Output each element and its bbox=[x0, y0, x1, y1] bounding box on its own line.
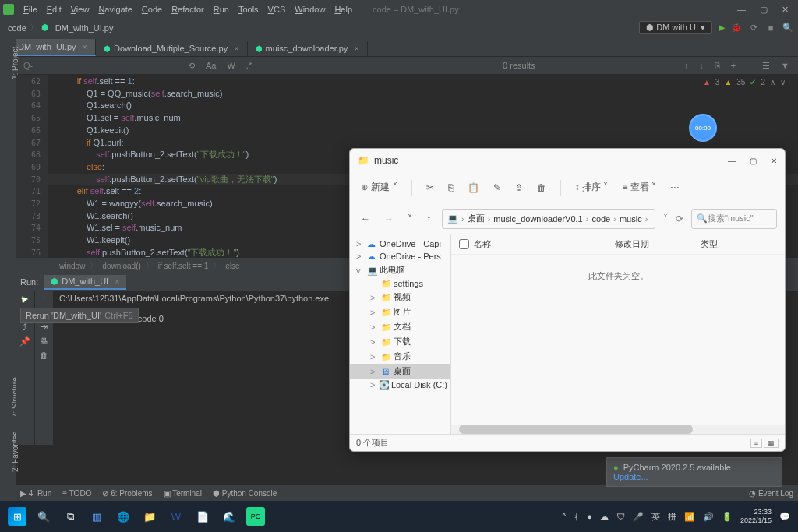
sidebar-item[interactable]: >🖥桌面 bbox=[350, 364, 450, 379]
breadcrumb-item[interactable]: else bbox=[221, 262, 244, 270]
select-all-checkbox[interactable] bbox=[459, 239, 469, 249]
tray-onedrive-icon[interactable]: ☁ bbox=[600, 512, 609, 522]
edge-icon[interactable]: 🌊 bbox=[220, 507, 238, 526]
chrome-icon[interactable]: 🌐 bbox=[114, 507, 132, 526]
select-all-icon[interactable]: ⎘ bbox=[712, 61, 722, 70]
tray-volume-icon[interactable]: 🔊 bbox=[703, 512, 714, 522]
problems-tool-btn[interactable]: ⊘ 6: Problems bbox=[102, 489, 152, 498]
dropdown-icon[interactable]: ˅ bbox=[663, 213, 668, 224]
funnel-icon[interactable]: ▼ bbox=[779, 61, 792, 70]
run-tab[interactable]: ⬢DM_with_UI× bbox=[44, 275, 125, 290]
stop-icon[interactable]: ■ bbox=[765, 23, 776, 33]
tray-battery-icon[interactable]: 🔋 bbox=[722, 512, 733, 522]
sidebar-item[interactable]: >☁OneDrive - Capi bbox=[350, 238, 450, 250]
coverage-icon[interactable]: ⟳ bbox=[748, 23, 759, 33]
pin-icon[interactable]: 📌 bbox=[19, 336, 30, 347]
file-explorer-window[interactable]: 📁 music — ▢ ✕ ⊕ 新建 ˅ ✂ ⎘ 📋 ✎ ⇪ 🗑 ↕ 排序 ˅ … bbox=[349, 148, 786, 452]
taskbar[interactable]: ⊞ 🔍 ⧉ ▥ 🌐 📁 W 📄 🌊 PC ^ ᚼ ● ☁ 🛡 🎤 英 拼 📶 🔊… bbox=[0, 501, 798, 532]
more-icon[interactable]: ⋯ bbox=[670, 182, 680, 193]
new-button[interactable]: ⊕ 新建 ˅ bbox=[361, 181, 397, 194]
sidebar-item[interactable]: >📁视频 bbox=[350, 290, 450, 305]
maximize-icon[interactable]: ▢ bbox=[760, 5, 768, 15]
clear-icon[interactable]: 🗑 bbox=[40, 351, 48, 360]
refresh-icon[interactable]: ⟳ bbox=[676, 213, 683, 224]
path-segment[interactable]: music_downloaderV0.1 bbox=[493, 214, 582, 224]
paste-icon[interactable]: 📋 bbox=[468, 182, 479, 193]
col-type[interactable]: 类型 bbox=[701, 238, 718, 250]
pycharm-tb-icon[interactable]: PC bbox=[246, 507, 265, 526]
menu-edit[interactable]: Edit bbox=[42, 5, 66, 14]
prev-occurrence-icon[interactable]: ⟲ bbox=[185, 61, 197, 71]
menu-run[interactable]: Run bbox=[209, 5, 234, 14]
breadcrumb-item[interactable]: download() bbox=[97, 262, 145, 270]
word-icon[interactable]: W bbox=[167, 507, 185, 526]
match-case-icon[interactable]: Aa bbox=[203, 61, 218, 70]
tray-mic-icon[interactable]: 🎤 bbox=[633, 512, 644, 522]
sidebar-item[interactable]: >📁图片 bbox=[350, 305, 450, 319]
filter-icon[interactable]: ☰ bbox=[760, 61, 772, 71]
breadcrumb-item[interactable]: if self.selt == 1 bbox=[154, 262, 213, 270]
menu-window[interactable]: Window bbox=[290, 5, 330, 14]
close-icon[interactable]: ✕ bbox=[782, 5, 789, 15]
taskview-icon[interactable]: ⧉ bbox=[61, 507, 79, 526]
inspection-widget[interactable]: ▲3 ▲35 ✔2 ∧∨ bbox=[703, 78, 786, 86]
taskbar-clock[interactable]: 23:33 2022/1/15 bbox=[740, 508, 772, 525]
start-icon[interactable]: ⊞ bbox=[8, 507, 26, 526]
search-icon[interactable]: 🔍 bbox=[782, 23, 793, 33]
menu-view[interactable]: View bbox=[66, 5, 94, 14]
recent-icon[interactable]: ˅ bbox=[404, 213, 415, 224]
explorer-max-icon[interactable]: ▢ bbox=[750, 157, 757, 165]
horizontal-scrollbar[interactable] bbox=[451, 425, 785, 434]
editor-tab[interactable]: ⬢Download_Mutiple_Source.py× bbox=[96, 41, 248, 56]
sidebar-item[interactable]: >📁音乐 bbox=[350, 349, 450, 364]
todo-tool-btn[interactable]: ≡ TODO bbox=[62, 489, 91, 498]
sidebar-item[interactable]: >📁文档 bbox=[350, 319, 450, 334]
eventlog-btn[interactable]: ◔ Event Log bbox=[749, 489, 793, 498]
find-input[interactable] bbox=[23, 61, 179, 70]
minimize-icon[interactable]: — bbox=[737, 5, 746, 15]
run-icon[interactable]: ▶ bbox=[719, 23, 725, 33]
terminal-tool-btn[interactable]: ▣ Terminal bbox=[164, 489, 202, 498]
path-segment[interactable]: 桌面 bbox=[468, 213, 485, 224]
tray-notif-icon[interactable]: 💬 bbox=[779, 512, 790, 522]
forward-icon[interactable]: → bbox=[381, 213, 397, 224]
sidebar-item[interactable]: >📁下载 bbox=[350, 334, 450, 349]
view-button[interactable]: ≡ 查看 ˅ bbox=[622, 181, 656, 194]
address-bar[interactable]: 💻› 桌面›music_downloaderV0.1›code›music› bbox=[442, 209, 655, 229]
run-config-selector[interactable]: ⬢ DM with UI ▾ bbox=[639, 21, 712, 34]
menu-navigate[interactable]: Navigate bbox=[94, 5, 136, 14]
menu-refactor[interactable]: Refactor bbox=[167, 5, 209, 14]
sidebar-item[interactable]: v💻此电脑 bbox=[350, 262, 450, 277]
sidebar-item[interactable]: 📁settings bbox=[350, 277, 450, 290]
up-icon[interactable]: ↑ bbox=[423, 213, 434, 224]
tray-wifi-icon[interactable]: 📶 bbox=[684, 512, 695, 522]
explorer-tb-icon[interactable]: 📁 bbox=[140, 507, 159, 526]
explorer-sidebar[interactable]: >☁OneDrive - Capi>☁OneDrive - Persv💻此电脑📁… bbox=[350, 234, 451, 434]
explorer-min-icon[interactable]: — bbox=[728, 157, 736, 165]
wps-icon[interactable]: 📄 bbox=[193, 507, 212, 526]
menu-tools[interactable]: Tools bbox=[234, 5, 263, 14]
console-tool-btn[interactable]: ⬢ Python Console bbox=[213, 489, 277, 498]
sidebar-item[interactable]: >☁OneDrive - Pers bbox=[350, 250, 450, 262]
menu-help[interactable]: Help bbox=[330, 5, 357, 14]
up-stack-icon[interactable]: ↑ bbox=[42, 294, 47, 303]
tray-ime2-icon[interactable]: 拼 bbox=[668, 511, 676, 523]
update-notification[interactable]: ●PyCharm 2020.2.5 available Update... bbox=[606, 457, 782, 487]
down-icon[interactable]: ↓ bbox=[697, 61, 706, 70]
path-segment[interactable]: code bbox=[591, 214, 610, 224]
nav-project[interactable]: code bbox=[5, 23, 30, 33]
widgets-icon[interactable]: ▥ bbox=[87, 507, 106, 526]
nav-file[interactable]: DM_with_UI.py bbox=[52, 23, 117, 33]
breadcrumb-item[interactable]: window bbox=[55, 262, 90, 270]
col-name[interactable]: 名称 bbox=[474, 238, 491, 250]
share-icon[interactable]: ⇪ bbox=[515, 182, 523, 193]
words-icon[interactable]: W bbox=[224, 61, 237, 70]
cut-icon[interactable]: ✂ bbox=[426, 182, 434, 193]
back-icon[interactable]: ← bbox=[358, 213, 373, 224]
delete-icon[interactable]: 🗑 bbox=[537, 182, 546, 193]
run-tool-btn[interactable]: ▶ 4: Run bbox=[20, 489, 51, 498]
update-link[interactable]: Update... bbox=[613, 472, 775, 481]
up-icon[interactable]: ↑ bbox=[682, 61, 691, 70]
tray-app-icon[interactable]: ● bbox=[587, 512, 592, 521]
col-date[interactable]: 修改日期 bbox=[615, 238, 701, 250]
